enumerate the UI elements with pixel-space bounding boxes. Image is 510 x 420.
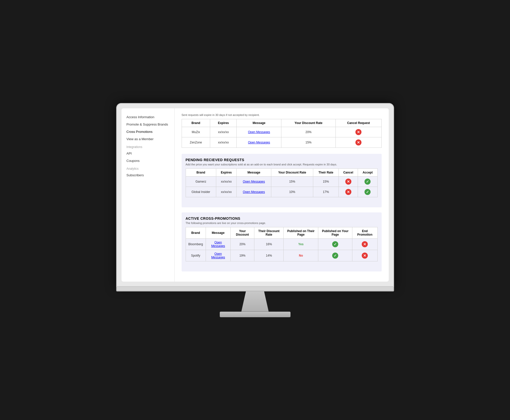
published-your-icon: ✓: [332, 241, 338, 247]
sidebar-item-cross-promotions[interactable]: Cross Promotions: [122, 128, 174, 135]
your-discount-cell: 20%: [231, 238, 254, 250]
open-messages-link[interactable]: Open Messages: [211, 252, 225, 259]
end-promotion-cell: ✕: [352, 238, 377, 250]
col-cancel: Cancel: [338, 168, 358, 176]
sidebar-item-view-as-member[interactable]: View as a Member: [122, 135, 174, 143]
col-published-their: Published on Their Page: [284, 227, 318, 238]
cancel-icon[interactable]: ✕: [355, 139, 361, 145]
yes-status: Yes: [298, 242, 304, 246]
message-cell: Open Messages: [206, 238, 231, 250]
cancel-icon[interactable]: ✕: [345, 189, 351, 195]
sidebar-item-coupons[interactable]: Coupons: [122, 157, 174, 164]
monitor-base: [220, 312, 290, 317]
brand-cell: Gamerz: [186, 176, 216, 187]
no-status: No: [299, 254, 303, 257]
accept-icon[interactable]: ✓: [365, 179, 371, 185]
col-cancel-request: Cancel Request: [336, 119, 381, 127]
published-your-icon: ✓: [332, 253, 338, 259]
col-your-discount: Your Discount: [231, 227, 254, 238]
their-rate-cell: 15%: [313, 176, 339, 187]
published-your-cell: ✓: [318, 238, 352, 250]
their-discount-cell: 16%: [254, 238, 283, 250]
cancel-cell: ✕: [336, 137, 381, 147]
message-cell: Open Messages: [237, 137, 281, 147]
sidebar-item-promote-suppress[interactable]: Promote & Suppress Brands: [122, 121, 174, 128]
accept-icon[interactable]: ✓: [365, 189, 371, 195]
sent-requests-table: Brand Expires Message Your Discount Rate…: [182, 119, 382, 148]
col-their-discount: Their Discount Rate: [254, 227, 283, 238]
sidebar-section-analytics: Analytics: [122, 164, 174, 171]
pending-requests-title: PENDING RECIEVED REQUESTS: [186, 158, 378, 162]
end-promotion-icon[interactable]: ✕: [362, 241, 368, 247]
col-message: Message: [206, 227, 231, 238]
message-cell: Open Messages: [237, 187, 271, 197]
expires-cell: xx/xx/xx: [210, 137, 237, 147]
monitor-chin: [116, 287, 394, 291]
brand-cell: MuZix: [182, 127, 210, 137]
col-expires: Expires: [210, 119, 237, 127]
discount-cell: 20%: [281, 127, 336, 137]
end-promotion-cell: ✕: [352, 250, 377, 261]
accept-cell: ✓: [358, 187, 377, 197]
col-end-promotion: End Promotion: [352, 227, 377, 238]
cancel-icon[interactable]: ✕: [345, 179, 351, 185]
your-discount-cell: 19%: [231, 250, 254, 261]
end-promotion-icon[interactable]: ✕: [362, 253, 368, 259]
sidebar: Access Information Promote & Suppress Br…: [122, 108, 175, 282]
sent-requests-section: Sent requests will expire in 30 days if …: [182, 113, 382, 148]
active-promotions-table: Brand Message Your Discount Their Discou…: [186, 227, 378, 261]
accept-cell: ✓: [358, 176, 377, 187]
table-row: Global Insider xx/xx/xx Open Messages 10…: [186, 187, 377, 197]
cancel-cell: ✕: [338, 176, 358, 187]
brand-cell: Bloomberg: [186, 238, 206, 250]
brand-cell: ZenZone: [182, 137, 210, 147]
active-promotions-subtitle: The following promotions are live on you…: [186, 221, 378, 225]
table-row: MuZix xx/xx/xx Open Messages 20% ✕: [182, 127, 381, 137]
sidebar-item-subscribers[interactable]: Subscribers: [122, 171, 174, 179]
message-cell: Open Messages: [237, 176, 271, 187]
expires-cell: xx/xx/xx: [210, 127, 237, 137]
col-their-rate: Their Rate: [313, 168, 339, 176]
discount-cell: 15%: [281, 137, 336, 147]
col-published-yours: Published on Your Page: [318, 227, 352, 238]
expires-cell: xx/xx/xx: [216, 187, 236, 197]
sidebar-item-access-information[interactable]: Access Information: [122, 113, 174, 121]
active-promotions-title: ACTIVE CROSS-PROMOTIONS: [186, 216, 378, 220]
active-cross-promotions-section: ACTIVE CROSS-PROMOTIONS The following pr…: [182, 212, 382, 271]
open-messages-link[interactable]: Open Messages: [248, 141, 270, 144]
col-your-discount: Your Discount Rate: [271, 168, 313, 176]
col-message: Message: [237, 168, 271, 176]
sidebar-item-api[interactable]: API: [122, 150, 174, 157]
pending-requests-table: Brand Expires Message Your Discount Rate…: [186, 168, 378, 197]
sidebar-section-integrations: Integrations: [122, 143, 174, 150]
col-brand: Brand: [186, 168, 216, 176]
table-row: Bloomberg Open Messages 20% 16% Yes ✓: [186, 238, 377, 250]
your-discount-cell: 15%: [271, 176, 313, 187]
published-your-cell: ✓: [318, 250, 352, 261]
open-messages-link[interactable]: Open Messages: [211, 241, 225, 248]
brand-cell: Spotify: [186, 250, 206, 261]
cancel-icon[interactable]: ✕: [355, 129, 361, 135]
open-messages-link[interactable]: Open Messages: [248, 130, 270, 134]
sent-requests-note: Sent requests will expire in 30 days if …: [182, 113, 382, 116]
your-discount-cell: 10%: [271, 187, 313, 197]
col-brand: Brand: [186, 227, 206, 238]
monitor-neck: [240, 291, 270, 312]
open-messages-link[interactable]: Open Messages: [243, 190, 265, 194]
their-discount-cell: 14%: [254, 250, 283, 261]
col-discount-rate: Your Discount Rate: [281, 119, 336, 127]
main-content: Sent requests will expire in 30 days if …: [175, 108, 389, 282]
col-accept: Accept: [358, 168, 377, 176]
col-message: Message: [237, 119, 281, 127]
their-rate-cell: 17%: [313, 187, 339, 197]
published-their-cell: No: [284, 250, 318, 261]
message-cell: Open Messages: [237, 127, 281, 137]
pending-requests-section: PENDING RECIEVED REQUESTS Add the price …: [182, 154, 382, 207]
brand-cell: Global Insider: [186, 187, 216, 197]
expires-cell: xx/xx/xx: [216, 176, 236, 187]
col-expires: Expires: [216, 168, 236, 176]
pending-requests-subtitle: Add the price you want your subscription…: [186, 163, 378, 166]
cancel-cell: ✕: [336, 127, 381, 137]
open-messages-link[interactable]: Open Messages: [243, 180, 265, 183]
published-their-cell: Yes: [284, 238, 318, 250]
